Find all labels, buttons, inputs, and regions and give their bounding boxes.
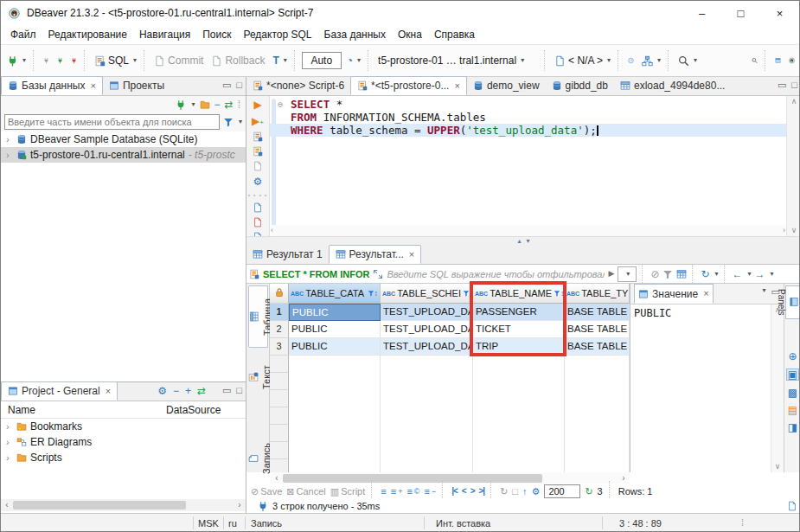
grid-cell[interactable]: BASE TABLE	[565, 304, 630, 321]
panel-value-icon[interactable]: ▣	[786, 369, 799, 381]
scroll-left-icon[interactable]: ‹	[271, 474, 283, 483]
expand-chevron-icon[interactable]: ›	[6, 151, 13, 160]
table-row[interactable]: 3PUBLICTEST_UPLOAD_DATTRIPBASE TABLE	[270, 338, 630, 356]
chevron-down-icon[interactable]: ▾	[657, 57, 661, 64]
chevron-down-icon[interactable]: ▾	[771, 271, 774, 278]
data-grid[interactable]: ABCTABLE_CATA↕ABCTABLE_SCHEI↕ABCTABLE_NA…	[270, 284, 630, 472]
value-vscrollbar[interactable]: ∧ ∨	[771, 304, 784, 472]
scroll-right-icon[interactable]: ›	[618, 474, 630, 483]
column-filter-sort-icons[interactable]: ↕	[463, 289, 473, 298]
grid-cell[interactable]: TRIP	[473, 338, 565, 356]
rollback-button[interactable]: Rollback	[208, 50, 267, 71]
grid-cell[interactable]: PUBLIC	[289, 304, 381, 321]
export-data-icon[interactable]: ↑	[522, 487, 528, 497]
scroll-right-icon[interactable]: ›	[234, 501, 246, 510]
column-header-table_tyi[interactable]: ABCTABLE_TYI↕	[565, 284, 630, 304]
close-button[interactable]: ×	[760, 1, 799, 25]
panel-grid-icon[interactable]: ▩	[788, 388, 797, 398]
fetch-page-icon[interactable]: ↻	[500, 487, 508, 497]
minimize-panel-icon[interactable]: ▭	[222, 80, 231, 90]
chevron-down-icon[interactable]: ▾	[357, 57, 361, 64]
new-connection-button[interactable]: ▾	[4, 50, 29, 71]
filter-funnel-icon[interactable]	[368, 290, 374, 297]
filter-funnel-icon[interactable]	[223, 117, 234, 127]
menu-item[interactable]: Окна	[392, 26, 428, 43]
tab-project-general[interactable]: Project - General ×	[1, 381, 118, 401]
view-menu-icon[interactable]: ⁞	[238, 99, 240, 110]
scroll-right-icon[interactable]: ›	[783, 227, 785, 234]
chevron-down-icon[interactable]: ▾	[239, 119, 242, 125]
menu-item[interactable]: Справка	[428, 26, 481, 43]
row-number[interactable]: 2	[270, 321, 289, 338]
previous-row-icon[interactable]: <	[462, 487, 466, 496]
fetch-size-input[interactable]: 200	[544, 484, 580, 498]
execute-script-new-tab-icon[interactable]	[253, 146, 263, 157]
reconnect-icon[interactable]	[54, 50, 66, 71]
chevron-down-icon[interactable]: ▾	[22, 57, 26, 64]
editor-settings-icon[interactable]: ⚙	[251, 176, 265, 188]
code-line[interactable]: WHERE table_schema = UPPER('test_upload_…	[270, 124, 786, 137]
new-connection-icon[interactable]	[176, 99, 186, 110]
refresh-icon[interactable]: ↻	[701, 269, 709, 279]
presentation-tab-text[interactable]: Текст	[248, 356, 268, 398]
panel-references-icon[interactable]: ⊕	[788, 351, 797, 362]
splitter-up-icon[interactable]: ▴	[517, 238, 521, 245]
column-header-table_name[interactable]: ABCTABLE_NAME↕	[473, 284, 565, 304]
grid-cell[interactable]: PUBLIC	[289, 338, 381, 356]
column-filter-sort-icons[interactable]: ↕	[368, 289, 379, 298]
minimize-button[interactable]: –	[682, 1, 721, 25]
gear-icon[interactable]: ⚙	[157, 386, 167, 396]
scroll-left-icon[interactable]: ‹	[1, 501, 13, 510]
edit-value-icon[interactable]: ≡	[381, 487, 386, 497]
grid-cell[interactable]: TEST_UPLOAD_DAT	[381, 338, 473, 356]
fetch-all-icon[interactable]: □	[512, 487, 518, 497]
editor-tab[interactable]: *<t5-prostore-0...×	[350, 76, 467, 95]
panels-tab[interactable]: Panels	[785, 285, 800, 319]
fold-collapse-icon[interactable]: ⊖	[278, 98, 283, 111]
refresh-count-icon[interactable]: ↻	[585, 487, 592, 497]
expand-chevron-icon[interactable]: ›	[6, 422, 13, 432]
minimize-panel-icon[interactable]: ▭	[778, 80, 786, 90]
code-line[interactable]: ⊖SELECT *	[270, 98, 786, 111]
grid-cell[interactable]: BASE TABLE	[565, 338, 630, 356]
link-with-editor-icon[interactable]: ⇄	[225, 99, 234, 110]
expand-chevron-icon[interactable]: ›	[6, 453, 13, 463]
grid-cell[interactable]: PASSENGER	[473, 304, 565, 321]
sort-icon[interactable]: ↕	[560, 289, 565, 298]
table-row[interactable]: 2PUBLICTEST_UPLOAD_DATTICKETBASE TABLE	[270, 321, 630, 338]
scrollbar-thumb[interactable]	[13, 501, 186, 510]
disconnect-icon[interactable]	[68, 50, 80, 71]
next-row-icon[interactable]: >	[470, 487, 475, 496]
tab-projects[interactable]: Проекты	[103, 76, 170, 95]
scroll-down-icon[interactable]: ∨	[791, 227, 797, 234]
editor-tab[interactable]: demo_view	[467, 76, 546, 95]
editor-tab[interactable]: *<none> Script-6	[246, 76, 350, 95]
grid-cell[interactable]: BASE TABLE	[565, 321, 630, 338]
connection-selector[interactable]: t5-prostore-01 … tral1.internal ▾	[375, 50, 540, 71]
close-icon[interactable]: ×	[106, 387, 111, 396]
editor-vscrollbar[interactable]: ∧ ∨	[786, 96, 800, 236]
editor-hscrollbar[interactable]: ‹ ›	[271, 225, 785, 236]
column-filter-sort-icons[interactable]: ↕	[554, 289, 565, 298]
transaction-log-button[interactable]: ◔ ▾	[344, 50, 363, 71]
code-line[interactable]: FROM INFORMATION_SCHEMA.tables	[270, 111, 786, 124]
collapse-all-icon[interactable]: −	[214, 99, 221, 110]
forward-icon[interactable]: →	[755, 269, 765, 279]
export-from-query-icon[interactable]	[253, 202, 263, 213]
column-header-datasource[interactable]: DataSource	[166, 404, 246, 416]
grid-settings-icon[interactable]: ⚙	[532, 487, 541, 497]
close-icon[interactable]: ×	[90, 81, 95, 91]
close-icon[interactable]: ×	[454, 80, 459, 91]
explain-plan-icon[interactable]	[253, 161, 263, 171]
dashboard-icon[interactable]	[625, 50, 637, 71]
presentation-tab-grid[interactable]: Таблица	[248, 285, 268, 348]
object-search-input[interactable]: Введите часть имени объекта для поиска	[4, 114, 220, 130]
expand-all-icon[interactable]: +	[185, 386, 191, 396]
editor-tab[interactable]: exload_4994de80...	[614, 76, 731, 95]
editor-tab[interactable]: gibdd_db	[546, 76, 614, 95]
column-header-name[interactable]: Name	[1, 404, 166, 416]
maximize-panel-icon[interactable]: □	[791, 80, 797, 90]
splitter-down-icon[interactable]: ▾	[527, 238, 530, 245]
project-hscrollbar[interactable]: ‹ ›	[1, 499, 246, 511]
search-icon[interactable]	[749, 50, 760, 71]
